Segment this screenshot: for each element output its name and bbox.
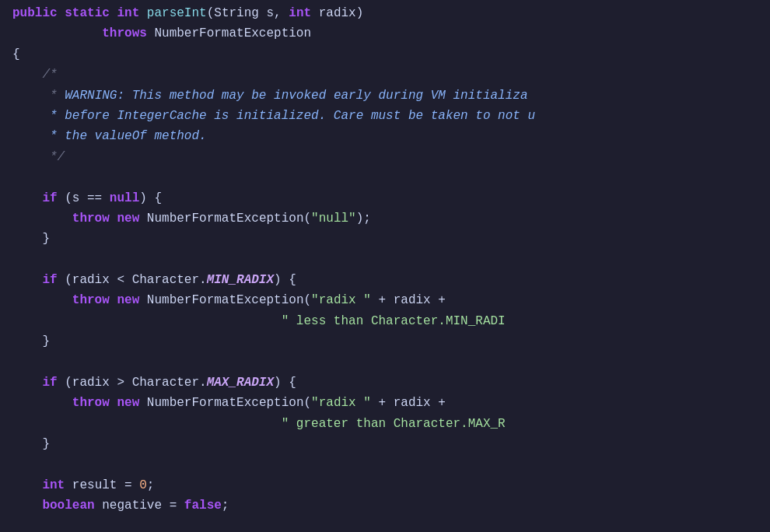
token: if bbox=[42, 273, 57, 287]
token: int bbox=[117, 6, 139, 20]
token: */ bbox=[12, 150, 65, 164]
token bbox=[12, 417, 282, 431]
code-line: } bbox=[0, 331, 770, 352]
code-viewer: public static int parseInt(String s, int… bbox=[0, 0, 770, 532]
token: parseInt bbox=[147, 6, 207, 20]
code-line: throws NumberFormatException bbox=[0, 23, 770, 44]
code-line: */ bbox=[0, 147, 770, 167]
token: NumberFormatException( bbox=[139, 212, 311, 226]
token: null bbox=[110, 191, 139, 205]
token: NumberFormatException( bbox=[139, 396, 311, 410]
token bbox=[12, 376, 42, 390]
code-line: throw new NumberFormatException("radix "… bbox=[0, 290, 770, 310]
token: NumberFormatException bbox=[147, 26, 311, 40]
token bbox=[12, 478, 42, 492]
code-line: boolean negative = false; bbox=[0, 495, 770, 516]
token: (s == bbox=[58, 191, 110, 205]
token: throw bbox=[72, 293, 110, 307]
token bbox=[110, 396, 117, 410]
code-line: int result = 0; bbox=[0, 475, 770, 495]
token bbox=[12, 314, 282, 328]
token: throw bbox=[72, 212, 110, 226]
token: if bbox=[42, 376, 57, 390]
token: (radix < Character. bbox=[58, 273, 207, 287]
code-line: } bbox=[0, 229, 770, 249]
token bbox=[110, 293, 117, 307]
code-line bbox=[0, 455, 770, 475]
token: throws bbox=[102, 26, 147, 40]
token: "radix " bbox=[311, 293, 371, 307]
token: if bbox=[42, 191, 57, 205]
token: boolean bbox=[42, 499, 94, 513]
token: new bbox=[117, 293, 139, 307]
token: int bbox=[289, 6, 311, 20]
token: NumberFormatException( bbox=[139, 293, 311, 307]
token: int bbox=[42, 478, 65, 492]
token: * bbox=[12, 89, 65, 103]
token: " less than Character.MIN_RADI bbox=[282, 314, 506, 328]
token: 0 bbox=[139, 478, 147, 492]
token: negative = bbox=[95, 499, 184, 513]
token: MAX_RADIX bbox=[207, 376, 274, 390]
token: (String s, bbox=[207, 6, 289, 20]
code-line bbox=[0, 250, 770, 270]
token: + radix + bbox=[371, 293, 446, 307]
code-line: * the valueOf method. bbox=[0, 126, 770, 146]
token bbox=[12, 212, 72, 226]
token: ) { bbox=[139, 191, 162, 205]
token: * before IntegerCache is initialized. Ca… bbox=[12, 109, 535, 123]
code-line: if (radix > Character.MAX_RADIX) { bbox=[0, 373, 770, 393]
code-line bbox=[0, 167, 770, 187]
code-line: { bbox=[0, 44, 770, 65]
token bbox=[110, 6, 117, 20]
code-line: } bbox=[0, 434, 770, 454]
code-line: /* bbox=[0, 65, 770, 85]
code-line: * before IntegerCache is initialized. Ca… bbox=[0, 106, 770, 126]
code-line: if (s == null) { bbox=[0, 188, 770, 208]
token: * the valueOf method. bbox=[12, 129, 207, 143]
token: { bbox=[12, 47, 20, 61]
token bbox=[12, 273, 42, 287]
token: radix) bbox=[311, 6, 363, 20]
token: } bbox=[12, 334, 50, 348]
code-line: throw new NumberFormatException("radix "… bbox=[0, 393, 770, 413]
token: "radix " bbox=[311, 396, 371, 410]
token bbox=[12, 499, 42, 513]
token: (radix > Character. bbox=[58, 376, 207, 390]
token: static bbox=[65, 6, 110, 20]
code-line: public static int parseInt(String s, int… bbox=[0, 3, 770, 23]
token bbox=[12, 293, 72, 307]
token: new bbox=[117, 212, 139, 226]
token: false bbox=[184, 499, 222, 513]
token: WARNING: bbox=[65, 89, 124, 103]
token: + radix + bbox=[371, 396, 446, 410]
token: result = bbox=[65, 478, 139, 492]
token: This method may be invoked early during … bbox=[124, 89, 527, 103]
token: } bbox=[12, 437, 50, 451]
token bbox=[12, 26, 102, 40]
token: ) { bbox=[274, 376, 296, 390]
token: new bbox=[117, 396, 139, 410]
token: public bbox=[12, 6, 58, 20]
token bbox=[12, 191, 42, 205]
code-line: if (radix < Character.MIN_RADIX) { bbox=[0, 270, 770, 290]
token bbox=[58, 6, 65, 20]
token: ); bbox=[356, 212, 371, 226]
token bbox=[12, 396, 72, 410]
token: ; bbox=[222, 499, 229, 513]
token: throw bbox=[72, 396, 110, 410]
token: /* bbox=[12, 68, 58, 82]
token: ; bbox=[147, 478, 155, 492]
token: MIN_RADIX bbox=[207, 273, 274, 287]
code-line: * WARNING: This method may be invoked ea… bbox=[0, 86, 770, 106]
code-line bbox=[0, 352, 770, 373]
token bbox=[110, 212, 117, 226]
code-line: " less than Character.MIN_RADI bbox=[0, 311, 770, 331]
token bbox=[139, 6, 147, 20]
token: ) { bbox=[274, 273, 296, 287]
token: " greater than Character.MAX_R bbox=[282, 417, 506, 431]
token: } bbox=[12, 232, 50, 246]
code-line: " greater than Character.MAX_R bbox=[0, 414, 770, 434]
code-line: throw new NumberFormatException("null"); bbox=[0, 208, 770, 229]
token: "null" bbox=[311, 212, 356, 226]
